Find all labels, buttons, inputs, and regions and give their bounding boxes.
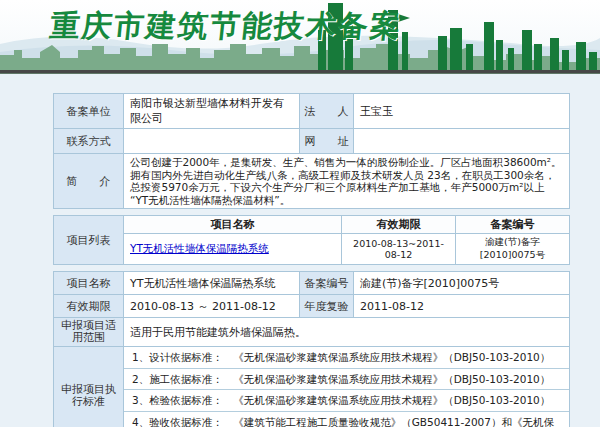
website-value (354, 129, 570, 154)
project-number-cell: 渝建(节)备字[2010]0075号 (456, 234, 570, 265)
legal-person-value: 王宝玉 (354, 94, 570, 129)
company-info-table: 备案单位 南阳市银达新型墙体材料开发有限公司 法 人 王宝玉 联系方式 网 址 … (53, 93, 570, 209)
page-title: 重庆市建筑节能技术备案 (48, 6, 404, 47)
standard-item-inspection: 3、检验依据标准： 《无机保温砂浆建筑保温系统应用技术规程》（DBJ50-103… (124, 390, 569, 412)
project-period-cell: 2010-08-13~2011-08-12 (342, 234, 456, 265)
table-row: 有效期限 2010-08-13 ～ 2011-08-12 年度复验 2011-0… (54, 295, 570, 318)
table-row: 项目名称 YT无机活性墙体保温隔热系统 备案编号 渝建(节)备字[2010]00… (54, 272, 570, 295)
project-list-table: 项目列表 项目名称 有效期限 备案编号 YT无机活性墙体保温隔热系统 2010-… (53, 215, 570, 265)
table-row: 联系方式 网 址 (54, 129, 570, 154)
valid-period-value: 2010-08-13 ～ 2011-08-12 (124, 295, 300, 318)
valid-period-label: 有效期限 (54, 295, 124, 318)
project-name-cell: YT无机活性墙体保温隔热系统 (124, 234, 342, 265)
annual-recheck-value: 2011-08-12 (354, 295, 570, 318)
table-row: 申报项目适用范围 适用于民用节能建筑外墙保温隔热。 (54, 318, 570, 347)
table-row: 备案单位 南阳市银达新型墙体材料开发有限公司 法 人 王宝玉 (54, 94, 570, 129)
record-number-value: 渝建(节)备字[2010]0075号 (354, 272, 570, 295)
scope-value: 适用于民用节能建筑外墙保温隔热。 (124, 318, 570, 347)
standards-cell: 1、设计依据标准： 《无机保温砂浆建筑保温系统应用技术规程》（DBJ50-103… (124, 347, 570, 427)
column-header-number: 备案编号 (456, 216, 570, 234)
intro-value: 公司创建于2000年，是集研发、生产、销售为一体的股份制企业。厂区占地面积386… (124, 154, 570, 209)
banner: 重庆市建筑节能技术备案 (0, 0, 600, 74)
website-label: 网 址 (300, 129, 354, 154)
contact-value (124, 129, 300, 154)
contact-label: 联系方式 (54, 129, 124, 154)
filing-document: 备案单位 南阳市银达新型墙体材料开发有限公司 法 人 王宝玉 联系方式 网 址 … (53, 93, 569, 427)
standard-item-design: 1、设计依据标准： 《无机保温砂浆建筑保温系统应用技术规程》（DBJ50-103… (124, 347, 569, 369)
intro-label: 简 介 (54, 154, 124, 209)
scope-label: 申报项目适用范围 (54, 318, 124, 347)
annual-recheck-label: 年度复验 (300, 295, 354, 318)
column-header-name: 项目名称 (124, 216, 342, 234)
project-detail-table: 项目名称 YT无机活性墙体保温隔热系统 备案编号 渝建(节)备字[2010]00… (53, 271, 570, 427)
project-list-label: 项目列表 (54, 216, 124, 265)
table-header-row: 项目列表 项目名称 有效期限 备案编号 (54, 216, 570, 234)
project-link[interactable]: YT无机活性墙体保温隔热系统 (130, 242, 269, 254)
column-header-period: 有效期限 (342, 216, 456, 234)
table-row: 简 介 公司创建于2000年，是集研发、生产、销售为一体的股份制企业。厂区占地面… (54, 154, 570, 209)
record-number-label: 备案编号 (300, 272, 354, 295)
table-row: 申报项目执行标准 1、设计依据标准： 《无机保温砂浆建筑保温系统应用技术规程》（… (54, 347, 570, 427)
project-name-label: 项目名称 (54, 272, 124, 295)
standard-item-construction: 2、施工依据标准： 《无机保温砂浆建筑保温系统应用技术规程》（DBJ50-103… (124, 369, 569, 391)
filing-unit-value: 南阳市银达新型墙体材料开发有限公司 (124, 94, 300, 129)
filing-unit-label: 备案单位 (54, 94, 124, 129)
standards-label: 申报项目执行标准 (54, 347, 124, 427)
standard-item-acceptance: 4、验收依据标准： 《建筑节能工程施工质量验收规范》（GB50411-2007）… (124, 412, 569, 427)
legal-person-label: 法 人 (300, 94, 354, 129)
table-row: YT无机活性墙体保温隔热系统 2010-08-13~2011-08-12 渝建(… (54, 234, 570, 265)
project-name-value: YT无机活性墙体保温隔热系统 (124, 272, 300, 295)
